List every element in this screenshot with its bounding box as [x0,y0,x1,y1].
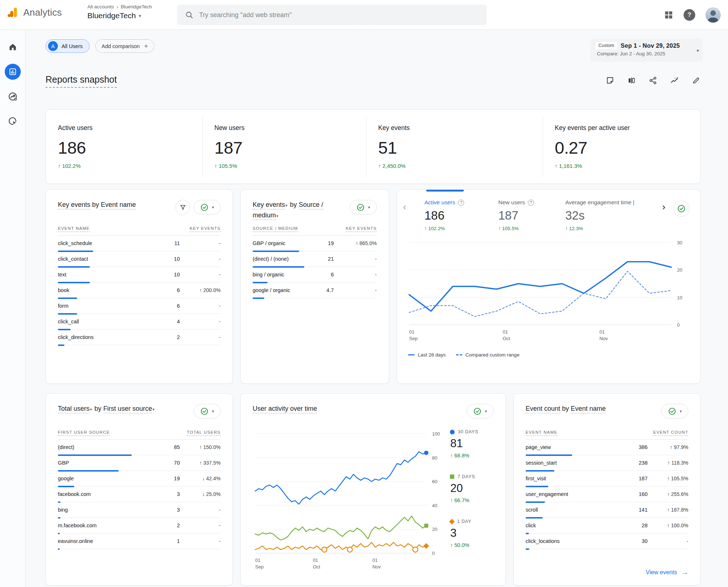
date-range-selector[interactable]: Custom Sep 1 - Nov 29, 2025 Compare: Jun… [590,39,703,62]
sidebar-item-explore[interactable] [5,88,21,105]
row-change: - [180,272,221,277]
insights-sparkle-icon [670,76,679,85]
row-value: 6 [315,272,334,277]
breadcrumb-entity: BlueridgeTech [121,4,152,9]
check-circle-icon [668,407,676,415]
title-metric[interactable]: Key events [253,201,285,209]
edit-button[interactable] [691,76,701,85]
svg-text:01: 01 [409,329,414,335]
title-dimension[interactable]: First user source [103,405,152,413]
svg-text:80: 80 [432,455,437,461]
svg-text:Nov: Nov [372,564,381,570]
row-change: - [180,334,221,340]
column-header-dimension[interactable]: EVENT NAME [526,430,558,436]
sidebar-item-advertising[interactable] [5,113,21,129]
legend-period: 30 DAYS [458,429,478,434]
row-bar [58,344,64,346]
title-metric[interactable]: Total users [58,405,90,413]
carousel-prev-button[interactable]: ‹ [403,201,406,213]
svg-text:01: 01 [313,558,318,563]
help-icon[interactable]: ? [684,9,695,21]
table-header: EVENT NAME EVENT COUNT [526,430,688,440]
row-bar [253,298,264,299]
legend-value: 20 [450,482,505,495]
row-value: 19 [315,240,334,246]
row-value: 10 [158,272,180,277]
title-metric[interactable]: Event count [526,405,560,413]
audience-chip-all-users[interactable]: A All Users [46,39,90,53]
data-quality-button[interactable]: ▾ [661,404,688,418]
carousel-next-button[interactable]: › [662,201,665,213]
row-value: 30 [626,538,648,544]
comparison-panel-button[interactable] [627,76,636,85]
filter-button[interactable] [175,200,190,214]
title-metric[interactable]: Key events [58,201,90,209]
search-bar[interactable]: Try searching "add web stream" [177,5,487,25]
row-label: session_start [526,460,626,466]
table-row: (direct)85↑ 150.0% [58,440,221,455]
data-quality-button[interactable]: ▾ [194,404,221,418]
svg-text:100: 100 [432,431,440,437]
row-value: 10 [158,256,180,262]
data-quality-button[interactable]: ▾ [194,200,221,214]
card-title: Event count by Event name [526,404,606,427]
row-label: eavuinsr.online [58,538,158,544]
table-row: click28↑ 100.0% [526,518,688,533]
tab-active-users[interactable]: Active users? 186 ↑ 102.2% [424,199,464,231]
help-icon[interactable]: ? [528,200,534,206]
row-label: text [58,272,158,277]
user-activity-chart[interactable]: 02040608010001Sep01Oct01Nov [241,430,444,583]
apps-grid-icon[interactable] [664,10,673,20]
column-header-dimension[interactable]: EVENT NAME [58,226,90,232]
share-icon [649,76,657,85]
row-value: 4 [158,319,180,324]
share-button[interactable] [648,76,658,85]
title-dimension[interactable]: Event name [101,201,136,209]
help-icon[interactable]: ? [458,200,464,206]
data-quality-button[interactable]: ▾ [350,200,377,214]
row-value: 28 [626,523,648,528]
view-events-link[interactable]: View events → [646,568,688,576]
row-value: 238 [626,460,648,466]
row-value: 6 [158,303,180,309]
title-text[interactable]: User activity over time [253,405,317,413]
sidebar [0,30,25,587]
data-quality-button[interactable]: ▾ [467,404,494,418]
sidebar-item-reports[interactable] [5,64,21,80]
legend-change: ↑ 50.0% [450,542,505,548]
tab-new-users[interactable]: New users? 187 ↑ 105.5% [498,199,534,231]
sidebar-item-home[interactable] [5,39,21,55]
column-header-dimension[interactable]: FIRST USER SOURCE [58,430,110,436]
insights-button[interactable] [670,76,679,85]
data-quality-button[interactable] [673,201,689,217]
kpi-key-events-per-user: Key events per active user 0.27 ↑ 1,161.… [543,110,701,184]
table-row: click_contact10- [58,251,221,267]
row-change: - [334,272,377,277]
legend-period: 7 DAYS [458,474,475,479]
table-body: GBP / organic19↑ 865.0%(direct) / (none)… [253,236,377,298]
row-change: - [180,523,221,528]
column-header-metric[interactable]: EVENT COUNT [653,430,688,436]
title-dimension[interactable]: Event name [571,405,606,413]
property-selector[interactable]: BlueridgeTech ▾ [87,11,152,20]
avatar[interactable] [705,7,721,23]
caret-down-icon: ▾ [212,409,214,414]
svg-text:30: 30 [677,240,682,245]
up-arrow-icon: ↑ [498,226,501,231]
audience-chip-label: All Users [62,43,83,49]
users-trend-chart[interactable]: 010203001Sep01Oct01Nov [397,239,701,348]
notes-button[interactable] [605,76,615,85]
column-header-dimension[interactable]: SOURCE / MEDIUM [253,226,298,232]
check-circle-icon [356,203,365,212]
breadcrumb-separator-icon: › [116,4,118,10]
column-header-metric[interactable]: KEY EVENTS [190,226,221,232]
square-marker-icon [450,474,454,479]
date-range-compare: Compare: Jun 2 - Aug 30, 2025 [596,51,692,56]
add-comparison-button[interactable]: Add comparison + [95,39,154,53]
table-row: eavuinsr.online1- [58,533,221,549]
row-value: 70 [158,460,180,466]
column-header-metric[interactable]: KEY EVENTS [346,226,377,232]
table-row: click_call4- [58,314,221,330]
column-header-metric[interactable]: TOTAL USERS [187,430,221,436]
tab-average-engagement-time[interactable]: Average engagement time | 32s ↑ 12.3% [565,199,661,231]
